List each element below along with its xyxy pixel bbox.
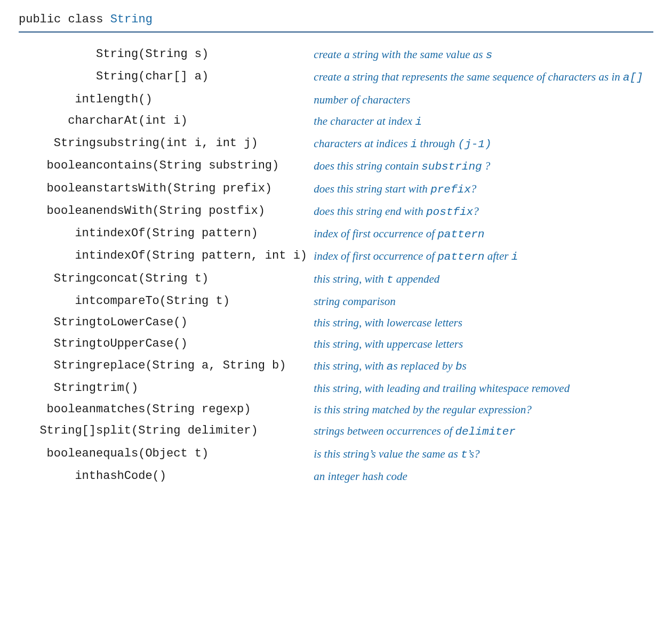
method-signature: contains(String substring) [96,159,314,174]
table-row: String[]split(String delimiter)strings b… [19,424,653,439]
table-row: charcharAt(int i)the character at index … [19,114,653,129]
desc-code: pattern [437,251,484,263]
method-signature: indexOf(String pattern) [96,227,314,242]
return-type: String [19,359,96,374]
method-description: an integer hash code [314,469,653,483]
desc-code: b [455,361,462,373]
method-signature: toUpperCase() [96,337,314,351]
desc-text: does this string contain [314,159,421,172]
table-row: Stringtrim()this string, with leading an… [19,381,653,395]
desc-text: characters at indices [314,137,410,150]
table-row: Stringconcat(String t)this string, with … [19,272,653,287]
desc-text: ’s? [467,447,479,460]
return-type: boolean [19,204,96,219]
desc-text: does this string start with [314,182,430,195]
method-signature: endsWith(String postfix) [96,204,314,219]
desc-text: string comparison [314,295,395,308]
desc-code: i [415,116,422,128]
desc-text: this string, with lowercase letters [314,316,462,329]
method-description: does this string start with prefix? [314,182,653,197]
method-description: this string, with leading and trailing w… [314,381,653,395]
desc-code: (j-1) [458,138,492,150]
table-row: intindexOf(String pattern, int i)index o… [19,249,653,264]
table-row: booleanendsWith(String postfix)does this… [19,204,653,219]
method-description: does this string contain substring ? [314,159,653,174]
return-type: boolean [19,159,96,174]
table-row: String(String s)create a string with the… [19,47,653,62]
method-signature: replace(String a, String b) [96,359,314,374]
return-type: int [19,93,96,107]
desc-code: delimiter [455,426,516,438]
method-signature: compareTo(String t) [96,294,314,308]
table-row: Stringreplace(String a, String b)this st… [19,359,653,374]
desc-text: an integer hash code [314,470,407,483]
table-row: inthashCode()an integer hash code [19,469,653,483]
desc-text: is this string matched by the regular ex… [314,403,532,416]
return-type: boolean [19,447,96,462]
table-row: booleancontains(String substring)does th… [19,159,653,174]
return-type [19,47,96,62]
method-description: create a string with the same value as s [314,47,653,62]
desc-text: this string, with [314,359,387,372]
desc-text: ? [471,182,477,195]
method-signature: equals(Object t) [96,447,314,462]
desc-text: create a string with the same value as [314,48,485,61]
desc-text: strings between occurrences of [314,425,455,437]
method-description: strings between occurrences of delimiter [314,424,653,439]
method-description: index of first occurrence of pattern [314,227,653,242]
method-signature: length() [96,93,314,107]
return-type [19,70,96,85]
method-description: does this string end with postfix? [314,204,653,219]
method-description: create a string that represents the same… [314,70,653,85]
header-classname: String [110,13,153,26]
desc-text: ? [473,205,479,218]
desc-code: t [387,274,394,286]
return-type: String [19,272,96,287]
method-description: number of characters [314,93,653,107]
method-description: is this string’s value the same as t’s? [314,447,653,462]
return-type: boolean [19,403,96,417]
table-row: booleanstartsWith(String prefix)does thi… [19,182,653,197]
desc-code: i [411,138,418,150]
desc-text: index of first occurrence of [314,227,437,240]
method-description: index of first occurrence of pattern aft… [314,249,653,264]
desc-code: prefix [430,183,471,196]
table-row: booleanmatches(String regexp)is this str… [19,403,653,417]
method-signature: trim() [96,381,314,395]
method-signature: startsWith(String prefix) [96,182,314,197]
method-description: characters at indices i through (j-1) [314,137,653,151]
table-row: String(char[] a)create a string that rep… [19,70,653,85]
return-type: String [19,137,96,151]
method-description: the character at index i [314,114,653,129]
method-signature: hashCode() [96,469,314,483]
desc-text: this string, with uppercase letters [314,338,463,350]
table-row: StringtoUpperCase()this string, with upp… [19,337,653,351]
method-description: this string, with t appended [314,272,653,287]
method-signature: String(char[] a) [96,70,314,85]
method-signature: charAt(int i) [96,114,314,129]
method-description: this string, with lowercase letters [314,316,653,330]
return-type: String [19,381,96,395]
desc-text: through [417,137,458,150]
desc-code: substring [421,161,482,173]
desc-text: this string, with [314,273,387,285]
desc-text: s replaced by [393,359,455,372]
method-description: this string, with as replaced by bs [314,359,653,374]
method-signature: matches(String regexp) [96,403,314,417]
method-description: string comparison [314,294,653,308]
method-signature: String(String s) [96,47,314,62]
return-type: int [19,469,96,483]
api-table: String(String s)create a string with the… [19,40,653,491]
class-header: public class String [19,13,653,33]
return-type: String [19,316,96,330]
table-row: intindexOf(String pattern)index of first… [19,227,653,242]
method-signature: indexOf(String pattern, int i) [96,249,314,264]
desc-code: postfix [426,206,473,218]
method-signature: split(String delimiter) [96,424,314,439]
method-description: is this string matched by the regular ex… [314,403,653,417]
table-row: intlength()number of characters [19,93,653,107]
method-signature: toLowerCase() [96,316,314,330]
table-row: intcompareTo(String t)string comparison [19,294,653,308]
desc-code: pattern [437,228,484,241]
desc-code: t [461,449,468,461]
